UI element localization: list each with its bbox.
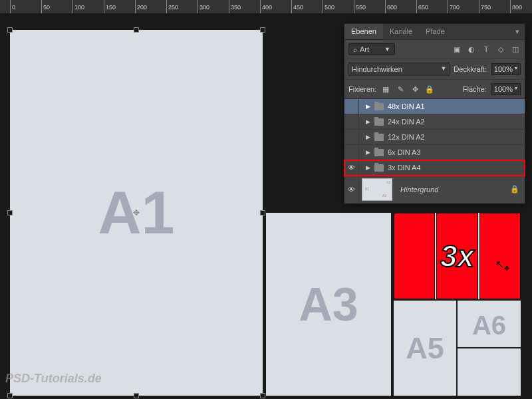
paper-a1[interactable]: A1 (10, 30, 263, 396)
layer-row[interactable]: ▶ 48x DIN A1 (344, 99, 525, 114)
paper-a6[interactable]: A6 (458, 301, 521, 347)
folder-icon (374, 103, 384, 110)
paper-a5[interactable]: A5 (394, 301, 456, 396)
lock-icon[interactable]: 🔒 (510, 185, 519, 194)
folder-icon (374, 164, 384, 172)
fill-input[interactable]: 100%▾ (491, 83, 521, 95)
layer-row[interactable]: ▶ 12x DIN A2 (344, 130, 525, 145)
layer-name[interactable]: 12x DIN A2 (388, 133, 425, 141)
opacity-label: Deckkraft: (454, 65, 487, 73)
filter-adjust-icon[interactable]: ◐ (466, 44, 477, 55)
disclosure-icon[interactable]: ▶ (366, 149, 370, 156)
layer-row[interactable]: ▶ 6x DIN A3 (344, 145, 525, 160)
a4-sheet (479, 213, 521, 299)
layer-row[interactable]: 👁 ▶ 3x DIN A4 (344, 160, 525, 176)
panel-tabs: Ebenen Kanäle Pfade ▾ (344, 24, 525, 40)
watermark-text: PSD-Tutorials.de (5, 372, 102, 386)
folder-icon (374, 118, 384, 126)
chevron-down-icon: ▼ (440, 65, 446, 73)
tab-layers[interactable]: Ebenen (344, 24, 383, 39)
disclosure-icon[interactable]: ▶ (366, 118, 370, 125)
visibility-toggle[interactable] (344, 145, 359, 160)
tab-channels[interactable]: Kanäle (383, 24, 419, 39)
search-icon: ⌕ (353, 46, 357, 53)
background-layer-row[interactable]: 👁 A1 A2 A3 Hintergrund 🔒 (344, 176, 525, 203)
filter-image-icon[interactable]: ▣ (452, 44, 462, 55)
visibility-toggle[interactable] (344, 130, 359, 144)
lock-transparency-icon[interactable]: ▦ (380, 84, 391, 94)
filter-type-select[interactable]: ⌕ Art ▼ (348, 43, 395, 55)
horizontal-ruler: 0 50 100 150 200 250 300 350 400 450 500… (0, 0, 532, 13)
folder-icon (374, 149, 384, 156)
folder-icon (374, 134, 384, 141)
paper-a6-blank[interactable] (458, 348, 521, 396)
disclosure-icon[interactable]: ▶ (366, 164, 370, 171)
lock-all-icon[interactable]: 🔒 (424, 84, 435, 94)
filter-smart-icon[interactable]: ◫ (510, 44, 521, 55)
lock-position-icon[interactable]: ✥ (410, 84, 420, 94)
opacity-input[interactable]: 100%▾ (491, 63, 521, 75)
layer-name[interactable]: 24x DIN A2 (388, 118, 425, 126)
lock-pixels-icon[interactable]: ✎ (395, 84, 406, 94)
filter-label: Art (360, 45, 369, 53)
paper-a3[interactable]: A3 (266, 213, 391, 396)
visibility-toggle[interactable]: 👁 (344, 160, 359, 175)
visibility-toggle[interactable] (344, 114, 359, 129)
layer-name[interactable]: Hintergrund (400, 186, 438, 194)
panel-menu-icon[interactable]: ▾ (510, 24, 525, 39)
layers-list: ▶ 48x DIN A1 ▶ 24x DIN A2 ▶ 12x DIN A2 (344, 99, 525, 203)
fill-label: Fläche: (463, 85, 487, 93)
visibility-toggle[interactable] (344, 99, 359, 114)
layer-row[interactable]: ▶ 24x DIN A2 (344, 114, 525, 130)
disclosure-icon[interactable]: ▶ (366, 103, 370, 110)
lock-label: Fixieren: (348, 85, 376, 93)
disclosure-icon[interactable]: ▶ (366, 134, 370, 140)
tab-paths[interactable]: Pfade (419, 24, 452, 39)
blend-mode-select[interactable]: Hindurchwirken ▼ (348, 63, 450, 76)
filter-shape-icon[interactable]: ◇ (495, 44, 506, 55)
layer-thumbnail[interactable]: A1 A2 A3 (362, 178, 392, 201)
layer-name[interactable]: 6x DIN A3 (388, 148, 421, 156)
filter-type-icon[interactable]: T (481, 44, 491, 55)
chevron-down-icon: ▼ (384, 46, 390, 53)
a4-multiplier-label: 3x (440, 238, 474, 274)
paper-a4-group[interactable]: 3x (394, 213, 521, 299)
layer-name[interactable]: 3x DIN A4 (388, 164, 421, 172)
layers-panel[interactable]: Ebenen Kanäle Pfade ▾ ⌕ Art ▼ ▣ ◐ T ◇ ◫ … (344, 23, 525, 204)
layer-name[interactable]: 48x DIN A1 (388, 102, 425, 110)
a4-sheet (394, 213, 435, 299)
visibility-toggle[interactable]: 👁 (344, 176, 359, 203)
